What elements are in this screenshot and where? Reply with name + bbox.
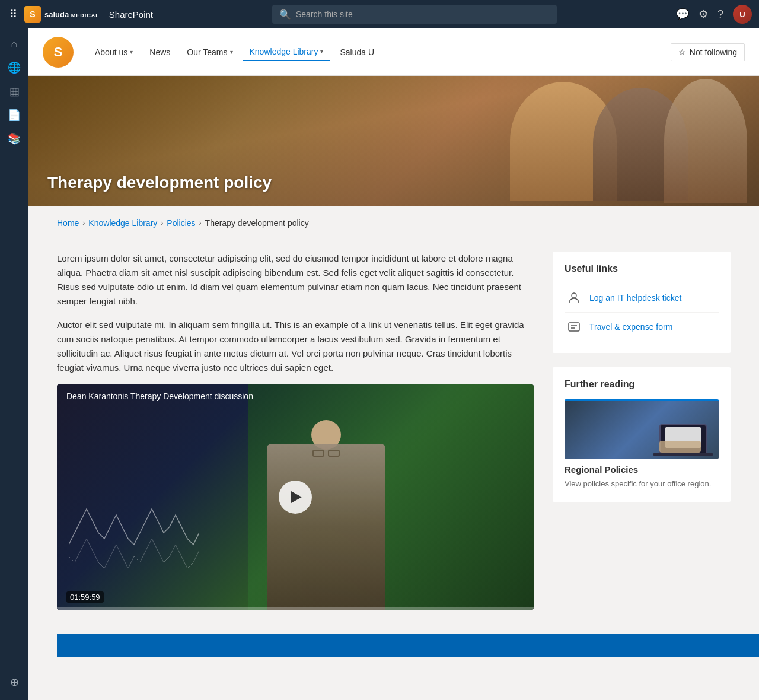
brand-logo-s: S	[24, 6, 41, 23]
help-icon[interactable]: ?	[717, 8, 723, 21]
it-icon	[565, 288, 583, 307]
further-reading-description: View policies specific for your office r…	[565, 478, 719, 490]
video-player[interactable]: Dean Karantonis Therapy Development disc…	[57, 384, 534, 610]
search-input-wrap[interactable]: 🔍	[272, 5, 557, 24]
chevron-down-icon: ▾	[230, 49, 233, 55]
site-logo: S	[43, 37, 74, 68]
further-reading-section: Further reading	[553, 367, 731, 502]
top-bar-right: 💬 ⚙ ? U	[676, 5, 752, 24]
search-input[interactable]	[296, 9, 550, 19]
main-wrapper: S About us ▾ News Our Teams ▾ Knowledge …	[28, 28, 759, 657]
breadcrumb-current: Therapy development policy	[205, 218, 309, 228]
sharepoint-label: SharePoint	[109, 9, 153, 20]
breadcrumb-sep-3: ›	[199, 219, 202, 227]
video-title: Dean Karantonis Therapy Development disc…	[66, 392, 253, 401]
waveform-svg	[69, 497, 199, 592]
chat-icon[interactable]: 💬	[676, 8, 689, 21]
useful-link-it[interactable]: Log an IT helpdesk ticket	[565, 284, 719, 313]
footer-bar	[57, 634, 759, 657]
further-reading-heading: Further reading	[565, 379, 719, 390]
article-main: Lorem ipsum dolor sit amet, consectetur …	[57, 252, 534, 610]
article-paragraph-1: Lorem ipsum dolor sit amet, consectetur …	[57, 252, 534, 308]
brand-logo[interactable]: S saluda MEDICAL	[24, 6, 100, 23]
nav-about[interactable]: About us ▾	[88, 44, 140, 61]
svg-rect-1	[569, 323, 579, 331]
useful-link-expense[interactable]: Travel & expense form	[565, 313, 719, 341]
breadcrumb: Home › Knowledge Library › Policies › Th…	[57, 218, 731, 228]
useful-links-heading: Useful links	[565, 263, 719, 274]
hero-title: Therapy development policy	[47, 173, 272, 192]
top-bar-left: ⠿ S saluda MEDICAL SharePoint	[7, 5, 153, 23]
it-link-label[interactable]: Log an IT helpdesk ticket	[589, 293, 681, 303]
site-header: S About us ▾ News Our Teams ▾ Knowledge …	[28, 28, 759, 76]
sidebar-globe[interactable]: 🌐	[4, 57, 25, 78]
nav-news[interactable]: News	[142, 44, 177, 61]
not-following-button[interactable]: ☆ Not following	[671, 43, 745, 61]
chevron-down-icon: ▾	[130, 49, 133, 55]
further-reading-card[interactable]: Regional Policies View policies specific…	[565, 399, 719, 490]
nav-knowledge-library[interactable]: Knowledge Library ▾	[243, 43, 331, 61]
hero-banner: Therapy development policy	[28, 76, 759, 206]
site-nav: About us ▾ News Our Teams ▾ Knowledge Li…	[88, 43, 671, 61]
nav-our-teams[interactable]: Our Teams ▾	[180, 44, 240, 61]
content-area: Home › Knowledge Library › Policies › Th…	[28, 206, 759, 634]
settings-icon[interactable]: ⚙	[699, 8, 708, 21]
sidebar-file[interactable]: 📄	[4, 104, 25, 126]
video-play-button[interactable]	[279, 481, 312, 514]
nav-saluda-u[interactable]: Saluda U	[333, 44, 381, 61]
breadcrumb-sep-1: ›	[82, 219, 85, 227]
avatar[interactable]: U	[733, 5, 752, 24]
sidebar-home[interactable]: ⌂	[4, 33, 25, 55]
breadcrumb-knowledge-library[interactable]: Knowledge Library	[88, 218, 157, 228]
article-paragraph-2: Auctor elit sed vulputate mi. In aliquam…	[57, 318, 534, 375]
video-progress-bar[interactable]	[57, 607, 534, 610]
star-icon: ☆	[678, 47, 686, 57]
site-logo-wrap[interactable]: S	[43, 37, 74, 68]
sidebar-grid[interactable]: ▦	[4, 81, 25, 102]
content-inner: Home › Knowledge Library › Policies › Th…	[38, 218, 750, 610]
brand-name: saluda MEDICAL	[44, 10, 100, 19]
expense-icon	[565, 317, 583, 336]
right-sidebar: Useful links Log an IT helpdesk ticket	[553, 252, 731, 610]
breadcrumb-policies[interactable]: Policies	[167, 218, 195, 228]
video-duration: 01:59:59	[66, 591, 104, 603]
expense-link-label[interactable]: Travel & expense form	[589, 322, 672, 332]
search-bar: 🔍	[158, 5, 671, 24]
chevron-down-icon: ▾	[320, 48, 323, 55]
breadcrumb-sep-2: ›	[161, 219, 163, 227]
top-bar: ⠿ S saluda MEDICAL SharePoint 🔍 💬 ⚙ ? U	[0, 0, 759, 28]
further-reading-image	[565, 399, 719, 459]
useful-links-section: Useful links Log an IT helpdesk ticket	[553, 252, 731, 353]
further-reading-title: Regional Policies	[565, 464, 719, 475]
breadcrumb-home[interactable]: Home	[57, 218, 79, 228]
search-icon: 🔍	[279, 9, 291, 20]
svg-point-0	[572, 293, 576, 298]
waffle-icon[interactable]: ⠿	[7, 5, 20, 23]
left-sidebar: ⌂ 🌐 ▦ 📄 📚 ⊕	[0, 28, 28, 657]
sidebar-library[interactable]: 📚	[4, 128, 25, 149]
